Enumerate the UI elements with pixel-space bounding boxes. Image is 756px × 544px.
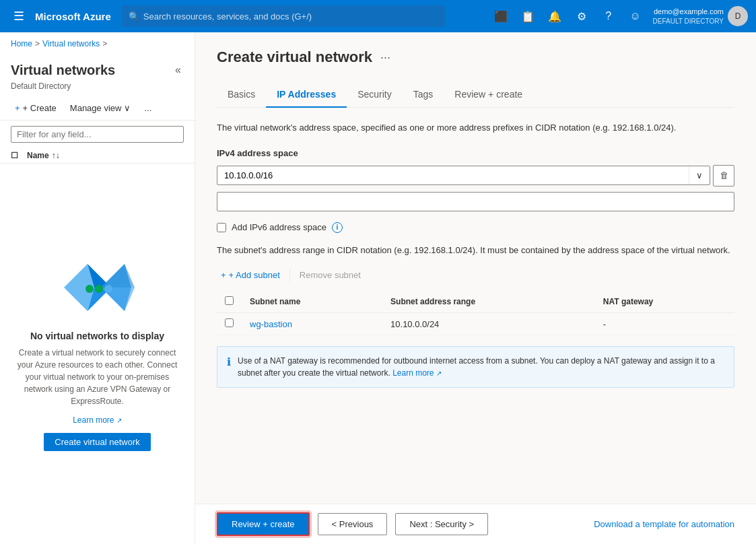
tabs: Basics IP Addresses Security Tags Review… [217,82,734,108]
footer: Review + create < Previous Next : Securi… [195,504,756,544]
search-icon: 🔍 [129,11,139,22]
help-icon[interactable]: ? [596,4,621,28]
sidebar-empty-state: No virtual networks to display Create a … [0,164,195,544]
download-template-link[interactable]: Download a template for automation [594,519,734,529]
sidebar-filter [0,121,195,148]
tab-tags[interactable]: Tags [403,82,444,108]
more-dots-icon: ... [144,103,151,113]
create-virtual-network-btn[interactable]: Create virtual network [44,433,150,451]
search-bar[interactable]: 🔍 [122,5,445,27]
notifications-icon[interactable]: 🔔 [543,4,567,28]
add-subnet-label: + Add subnet [229,270,280,280]
ipv4-dropdown-btn[interactable]: ∨ [689,166,710,184]
select-all-checkbox[interactable] [225,296,234,305]
external-link-icon: ↗ [116,417,122,424]
search-input[interactable] [143,11,438,22]
subnet-nat-gateway: - [595,313,734,335]
row-checkbox[interactable] [225,318,234,327]
ipv6-info-icon[interactable]: i [332,222,343,233]
azure-logo-icon [57,257,138,320]
brand-name: Microsoft Azure [35,11,111,22]
col-header-check[interactable] [217,291,242,313]
sort-icon[interactable]: ↑↓ [52,151,60,160]
subnet-name-link[interactable]: wg-bastion [250,319,292,329]
header-checkbox[interactable]: ☐ [11,151,27,160]
breadcrumb-vnet[interactable]: Virtual networks [42,39,100,48]
svg-point-7 [95,285,103,293]
user-directory: DEFAULT DIRECTORY [653,17,724,26]
tab-ip-addresses[interactable]: IP Addresses [266,82,347,108]
ipv4-add-input[interactable] [217,192,734,211]
user-section[interactable]: demo@example.com DEFAULT DIRECTORY D [653,6,748,26]
ipv4-input[interactable] [217,166,689,184]
ipv4-delete-btn[interactable]: 🗑 [713,165,734,186]
sidebar-empty-title: No virtual networks to display [30,331,164,341]
more-options-btn[interactable]: ... [140,100,156,116]
tab-review-create[interactable]: Review + create [444,82,533,108]
ipv6-checkbox-row: Add IPv6 address space i [217,222,734,233]
ipv6-label: Add IPv6 address space [232,222,327,232]
main-inner: Create virtual network ··· Basics IP Add… [195,32,756,404]
tab-basics[interactable]: Basics [217,82,266,108]
previous-button[interactable]: < Previous [318,513,388,535]
settings-icon[interactable]: ⚙ [570,4,594,28]
portal-settings-icon[interactable]: 📋 [516,4,540,28]
layout: Home > Virtual networks > Virtual networ… [0,32,756,544]
user-email: demo@example.com [653,7,724,16]
breadcrumb-home[interactable]: Home [11,39,32,48]
info-banner-text: Use of a NAT gateway is recommended for … [238,356,715,378]
subnet-actions: + + Add subnet Remove subnet [217,267,734,283]
separator [289,269,290,282]
trash-icon: 🗑 [720,170,728,180]
sidebar-title: Virtual networks [11,63,115,78]
page-title: Create virtual network [217,48,372,66]
remove-subnet-btn[interactable]: Remove subnet [296,267,365,283]
info-banner-icon: ℹ [227,355,231,368]
sidebar-collapse-btn[interactable]: « [172,61,184,79]
info-banner-link[interactable]: Learn more ↗ [392,368,442,378]
create-btn[interactable]: + + Create [11,100,61,116]
sidebar-empty-desc: Create a virtual network to securely con… [11,347,184,407]
learn-more-link[interactable]: Learn more ↗ [73,415,122,425]
tab-security[interactable]: Security [347,82,403,108]
subnet-address-range: 10.10.0.0/24 [382,313,595,335]
main-content: Create virtual network ··· Basics IP Add… [195,32,756,544]
sidebar-toolbar: + + Create Manage view ∨ ... [0,96,195,121]
review-create-button[interactable]: Review + create [217,512,310,536]
svg-point-8 [104,285,112,293]
form-desc: The virtual network's address space, spe… [217,121,734,135]
plus-icon: + [15,103,20,113]
name-col-header: Name [27,151,49,160]
avatar[interactable]: D [728,6,748,26]
sidebar-header: Virtual networks « [0,56,195,81]
table-row: wg-bastion 10.10.0.0/24 - [217,313,734,335]
sidebar-subtitle: Default Directory [0,81,195,96]
svg-marker-4 [101,264,135,287]
breadcrumb-sep2: > [102,39,107,48]
topbar-icons: ⬛ 📋 🔔 ⚙ ? ☺ demo@example.com DEFAULT DIR… [489,4,748,28]
col-header-subnet-name: Subnet name [242,291,382,313]
sidebar-table-header: ☐ Name ↑↓ [0,148,195,164]
subnet-desc: The subnet's address range in CIDR notat… [217,244,734,257]
filter-input[interactable] [11,126,184,143]
cloud-shell-icon[interactable]: ⬛ [489,4,513,28]
sidebar: Home > Virtual networks > Virtual networ… [0,32,195,544]
remove-subnet-label: Remove subnet [300,270,361,280]
chevron-down-icon: ∨ [124,103,131,113]
plus-icon: + [221,270,226,280]
hamburger-menu[interactable]: ☰ [8,6,30,26]
ipv4-input-wrap: ∨ [217,166,710,185]
feedback-icon[interactable]: ☺ [623,4,648,28]
main-header: Create virtual network ··· [217,48,734,66]
next-button[interactable]: Next : Security > [395,513,488,535]
breadcrumb-sep1: > [35,39,40,48]
ipv6-checkbox[interactable] [217,223,226,232]
svg-point-6 [85,285,94,293]
external-link-icon: ↗ [436,370,442,377]
manage-view-btn[interactable]: Manage view ∨ [66,100,135,116]
ipv4-label: IPv4 address space [217,148,734,158]
more-options-icon[interactable]: ··· [380,50,390,65]
info-banner: ℹ Use of a NAT gateway is recommended fo… [217,346,734,388]
add-subnet-btn[interactable]: + + Add subnet [217,267,284,283]
manage-view-label: Manage view [70,103,122,113]
